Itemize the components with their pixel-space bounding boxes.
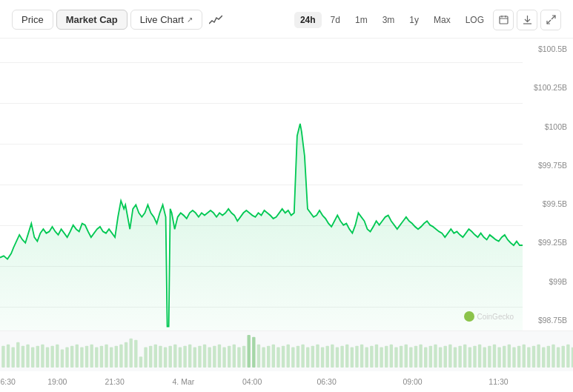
svg-rect-29 bbox=[95, 348, 98, 368]
mini-chart-svg bbox=[0, 331, 573, 371]
x-label-1900: 19:00 bbox=[47, 377, 67, 386]
svg-rect-14 bbox=[21, 346, 24, 368]
x-label-0400: 04:00 bbox=[242, 377, 262, 386]
time-1m[interactable]: 1m bbox=[349, 12, 374, 28]
svg-rect-99 bbox=[439, 348, 442, 368]
svg-rect-69 bbox=[291, 348, 294, 368]
svg-rect-110 bbox=[493, 345, 496, 368]
tab-market-cap[interactable]: Market Cap bbox=[56, 10, 127, 30]
svg-rect-37 bbox=[134, 340, 137, 368]
svg-rect-54 bbox=[218, 345, 221, 368]
svg-rect-53 bbox=[213, 346, 216, 368]
svg-rect-26 bbox=[80, 348, 83, 368]
svg-rect-55 bbox=[222, 348, 225, 368]
svg-rect-108 bbox=[483, 348, 486, 368]
tab-live-chart[interactable]: Live Chart ↗ bbox=[130, 10, 202, 30]
time-log[interactable]: LOG bbox=[460, 12, 490, 28]
svg-rect-46 bbox=[179, 348, 182, 368]
svg-rect-80 bbox=[345, 345, 348, 368]
svg-rect-28 bbox=[90, 345, 93, 368]
svg-rect-93 bbox=[409, 348, 412, 368]
svg-rect-40 bbox=[149, 346, 152, 368]
svg-rect-19 bbox=[46, 348, 49, 368]
y-label-2: $100.25B bbox=[523, 83, 567, 92]
svg-rect-38 bbox=[139, 356, 142, 368]
x-label-0900: 09:00 bbox=[403, 377, 422, 386]
svg-rect-103 bbox=[458, 346, 461, 368]
svg-rect-36 bbox=[129, 339, 132, 368]
svg-rect-49 bbox=[193, 348, 196, 368]
svg-rect-39 bbox=[144, 348, 147, 368]
y-label-5: $99.5B bbox=[523, 199, 567, 208]
svg-rect-70 bbox=[297, 346, 299, 368]
svg-rect-94 bbox=[414, 346, 417, 368]
svg-rect-125 bbox=[566, 345, 569, 368]
time-group: 24h 7d 1m 3m 1y Max LOG bbox=[294, 10, 561, 30]
svg-rect-98 bbox=[434, 345, 437, 368]
svg-rect-79 bbox=[340, 346, 343, 368]
time-1y[interactable]: 1y bbox=[403, 12, 425, 28]
y-axis: $100.5B $100.25B $100B $99.75B $99.5B $9… bbox=[523, 39, 573, 330]
svg-rect-63 bbox=[262, 348, 265, 368]
x-label-2130: 21:30 bbox=[105, 377, 124, 386]
svg-rect-51 bbox=[203, 345, 206, 368]
svg-rect-20 bbox=[50, 346, 53, 368]
y-label-6: $99.25B bbox=[523, 238, 567, 247]
svg-rect-35 bbox=[125, 342, 127, 368]
svg-rect-111 bbox=[497, 348, 500, 368]
svg-rect-87 bbox=[380, 348, 382, 368]
svg-rect-45 bbox=[173, 345, 176, 368]
svg-rect-62 bbox=[257, 345, 260, 368]
svg-rect-32 bbox=[110, 348, 113, 368]
svg-rect-95 bbox=[419, 345, 422, 368]
svg-rect-113 bbox=[508, 345, 511, 368]
svg-rect-104 bbox=[463, 345, 466, 368]
x-label-1630: 16:30 bbox=[0, 377, 16, 386]
svg-rect-114 bbox=[512, 348, 515, 368]
time-max[interactable]: Max bbox=[428, 12, 457, 28]
svg-rect-21 bbox=[56, 345, 59, 368]
x-label-4mar: 4. Mar bbox=[172, 377, 194, 386]
svg-rect-77 bbox=[331, 345, 334, 368]
svg-rect-68 bbox=[287, 345, 290, 368]
line-chart-icon[interactable] bbox=[205, 10, 226, 30]
svg-rect-42 bbox=[159, 346, 162, 368]
svg-rect-100 bbox=[444, 346, 447, 368]
svg-rect-74 bbox=[316, 345, 319, 368]
svg-rect-67 bbox=[282, 346, 285, 368]
svg-rect-123 bbox=[557, 348, 560, 368]
chart-svg bbox=[0, 39, 523, 330]
svg-rect-78 bbox=[336, 348, 339, 368]
svg-rect-31 bbox=[105, 345, 107, 368]
y-label-8: $98.75B bbox=[523, 316, 567, 325]
svg-rect-44 bbox=[168, 346, 171, 368]
external-link-icon: ↗ bbox=[187, 16, 193, 24]
x-label-0630: 06:30 bbox=[317, 377, 336, 386]
svg-rect-60 bbox=[247, 335, 250, 368]
time-3m[interactable]: 3m bbox=[377, 12, 401, 28]
svg-rect-64 bbox=[267, 346, 270, 368]
expand-button[interactable] bbox=[540, 10, 561, 30]
svg-rect-66 bbox=[276, 348, 279, 368]
svg-rect-59 bbox=[242, 346, 245, 368]
tab-group: Price Market Cap Live Chart ↗ bbox=[12, 10, 226, 30]
svg-rect-10 bbox=[1, 346, 4, 368]
time-24h[interactable]: 24h bbox=[294, 12, 322, 28]
coingecko-text: CoinGecko bbox=[477, 313, 514, 321]
main-chart: $100.5B $100.25B $100B $99.75B $99.5B $9… bbox=[0, 39, 573, 330]
svg-rect-65 bbox=[272, 345, 275, 368]
tab-price[interactable]: Price bbox=[12, 10, 53, 30]
calendar-button[interactable] bbox=[493, 10, 514, 30]
svg-rect-11 bbox=[7, 345, 10, 368]
svg-rect-122 bbox=[552, 345, 554, 368]
svg-rect-71 bbox=[301, 345, 304, 368]
svg-rect-50 bbox=[198, 346, 201, 368]
svg-rect-117 bbox=[527, 348, 530, 368]
time-7d[interactable]: 7d bbox=[325, 12, 346, 28]
svg-rect-85 bbox=[370, 346, 373, 368]
svg-rect-92 bbox=[405, 345, 408, 368]
y-label-3: $100B bbox=[523, 122, 567, 131]
main-container: Price Market Cap Live Chart ↗ 24h 7d 1m … bbox=[0, 0, 573, 392]
svg-rect-107 bbox=[478, 345, 481, 368]
download-button[interactable] bbox=[517, 10, 537, 30]
